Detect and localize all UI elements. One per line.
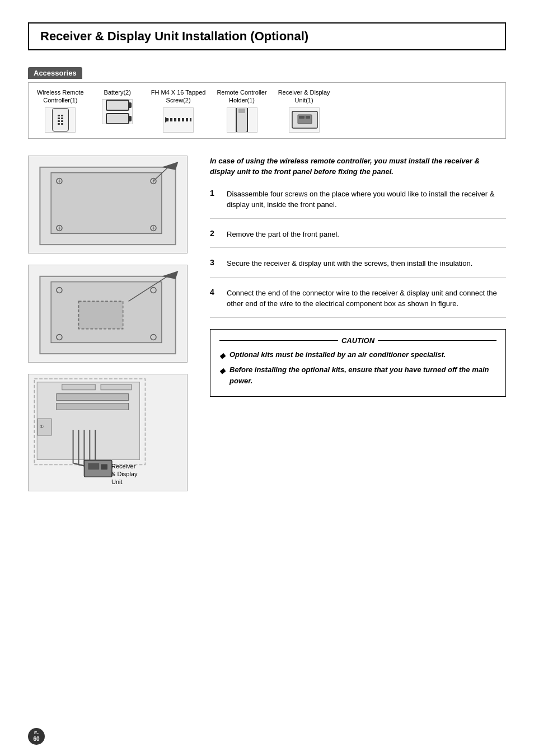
page-number-badge: E- 60	[28, 728, 45, 745]
diamond-icon-1: ◆	[219, 350, 225, 361]
step1-num: 1	[210, 189, 220, 210]
receiver-display-label: Receiver& DisplayUnit	[111, 462, 137, 486]
svg-rect-7	[306, 116, 310, 119]
svg-rect-41	[88, 463, 99, 469]
caution-item-2: ◆ Before installing the optional kits, e…	[219, 364, 496, 386]
svg-rect-10	[51, 172, 162, 233]
remote-draw	[52, 108, 69, 132]
svg-text:①: ①	[40, 424, 44, 429]
accessories-section: Accessories Wireless RemoteController(1)…	[28, 67, 506, 139]
accessory-holder: Remote ControllerHolder(1)	[217, 88, 266, 133]
accessory-remote-controller: Wireless RemoteController(1)	[37, 88, 84, 133]
accessory-rdu: Receiver & DisplayUnit(1)	[278, 88, 330, 133]
accessory-battery-label: Battery(2)	[104, 88, 131, 96]
right-column: In case of using the wireless remote con…	[210, 156, 506, 491]
caution-text-1: Optional kits must be installed by an ai…	[229, 349, 446, 360]
caution-text-2: Before installing the optional kits, ens…	[229, 364, 496, 386]
page-prefix: E-	[34, 731, 39, 736]
page-title: Receiver & Display Unit Installation (Op…	[40, 29, 494, 44]
step1-block: 1 Disassemble four screws on the place w…	[210, 189, 506, 219]
accessory-rdu-img	[289, 107, 320, 133]
step1-text: Disassemble four screws on the place whe…	[227, 189, 506, 210]
svg-marker-1	[165, 117, 169, 123]
accessory-battery: Battery(2)	[95, 88, 140, 124]
accessory-rdu-label: Receiver & DisplayUnit(1)	[278, 88, 330, 105]
step2-num: 2	[210, 229, 220, 240]
svg-rect-37	[101, 384, 131, 389]
step2-block: 2 Remove the part of the front panel.	[210, 229, 506, 248]
caution-box: CAUTION ◆ Optional kits must be installe…	[210, 329, 506, 397]
accessory-screw-label: FH M4 X 16 TappedScrew(2)	[151, 88, 206, 105]
accessory-holder-img	[227, 107, 257, 133]
step3-row: 3 Secure the receiver & display unit wit…	[210, 258, 506, 269]
svg-rect-3	[238, 109, 245, 113]
step3-num: 3	[210, 258, 220, 269]
step1-image-wrapper	[28, 156, 188, 253]
svg-rect-38	[57, 393, 129, 400]
step2-image-wrapper	[28, 265, 188, 363]
accessory-screw-img	[163, 107, 194, 133]
screw-svg	[163, 113, 193, 127]
step2-text: Remove the part of the front panel.	[227, 229, 339, 240]
step3-text: Secure the receiver & display unit with …	[227, 258, 472, 269]
accessories-box: Wireless RemoteController(1) Battery(2)	[28, 82, 506, 139]
battery-draw-1	[106, 100, 129, 111]
step2-row: 2 Remove the part of the front panel.	[210, 229, 506, 240]
accessory-holder-label: Remote ControllerHolder(1)	[217, 88, 266, 105]
step1-svg	[29, 156, 187, 253]
diamond-icon-2: ◆	[219, 365, 225, 377]
step4-text: Connect the end of the connector wire to…	[227, 288, 506, 309]
step4-row: 4 Connect the end of the connector wire …	[210, 288, 506, 309]
svg-rect-27	[79, 301, 123, 328]
svg-rect-36	[62, 384, 95, 389]
page-num: 60	[33, 736, 39, 742]
rdu-svg	[289, 108, 319, 132]
step4-image-wrapper: ① Receiver& DisplayUnit	[28, 374, 188, 491]
step2-svg	[29, 265, 187, 362]
left-column: ① Receiver& DisplayUnit	[28, 156, 193, 491]
step4-image: ① Receiver& DisplayUnit	[28, 374, 188, 491]
accessory-battery-img	[102, 99, 133, 124]
step1-image	[28, 156, 188, 253]
svg-rect-39	[57, 403, 129, 410]
step4-num: 4	[210, 288, 220, 309]
accessory-screw: FH M4 X 16 TappedScrew(2)	[151, 88, 206, 133]
step2-image	[28, 265, 188, 363]
step3-block: 3 Secure the receiver & display unit wit…	[210, 258, 506, 278]
accessory-remote-label: Wireless RemoteController(1)	[37, 88, 84, 105]
svg-rect-6	[299, 116, 305, 119]
caution-item-1: ◆ Optional kits must be installed by an …	[219, 349, 496, 361]
intro-text: In case of using the wireless remote con…	[210, 156, 506, 177]
holder-svg	[234, 107, 250, 133]
accessory-remote-img	[45, 107, 76, 133]
step1-row: 1 Disassemble four screws on the place w…	[210, 189, 506, 210]
main-content: ① Receiver& DisplayUnit In case of using…	[28, 156, 506, 491]
accessories-header: Accessories	[28, 67, 82, 79]
page-number-prefix: E- 60	[33, 731, 39, 742]
battery-draw-2	[106, 113, 129, 124]
step4-block: 4 Connect the end of the connector wire …	[210, 288, 506, 318]
title-box: Receiver & Display Unit Installation (Op…	[28, 22, 506, 50]
page: Receiver & Display Unit Installation (Op…	[0, 0, 534, 756]
step4-svg: ①	[29, 374, 187, 491]
caution-title: CAUTION	[219, 336, 496, 345]
svg-rect-42	[101, 464, 107, 469]
